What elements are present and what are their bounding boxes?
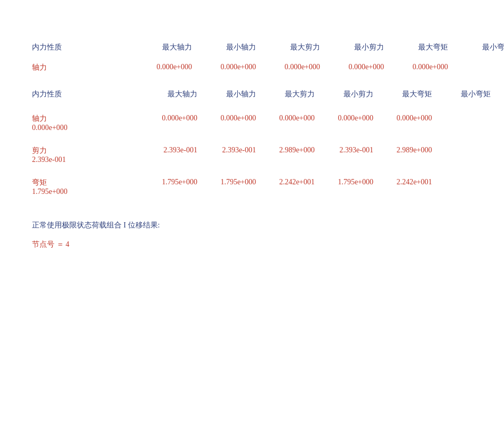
header-col4: 最小剪力 [320,43,384,52]
header-max-shear: 最大剪力 [256,90,315,99]
axial-val0: 0.000e+000 [139,114,197,124]
axial-val4: 0.000e+000 [373,114,432,124]
info-title: 正常使用极限状态荷载组合 I 位移结果: [32,221,472,230]
shear-val1: 2.393e-001 [197,146,256,156]
header-col3: 最大剪力 [256,43,320,52]
shear-val0: 2.393e-001 [139,146,197,156]
row-0-val-1: 0.000e+000 [192,63,256,74]
row-0-val-0: 0.000e+000 [128,63,192,74]
axial-val1: 0.000e+000 [197,114,256,124]
table-header: 内力性质 最大轴力 最小轴力 最大剪力 最小剪力 最大弯矩 最小弯矩 [32,43,472,52]
moment-row: 弯矩 1.795e+000 1.795e+000 2.242e+001 1.79… [32,178,472,196]
row-0-val-3: 0.000e+000 [320,63,384,74]
shear-val5: 2.393e-001 [32,156,472,164]
row-values-0: 0.000e+000 0.000e+000 0.000e+000 0.000e+… [128,63,448,74]
header-col0: 内力性质 [32,43,128,52]
axial-val2: 0.000e+000 [256,114,315,124]
moment-label: 弯矩 [32,178,139,188]
moment-val2: 2.242e+001 [256,178,315,188]
axial-row-inner: 轴力 0.000e+000 0.000e+000 0.000e+000 0.00… [32,114,472,124]
shear-row-inner: 剪力 2.393e-001 2.393e-001 2.989e+000 2.39… [32,146,472,156]
shear-label: 剪力 [32,146,139,156]
axial-label: 轴力 [32,114,139,124]
moment-val4: 2.242e+001 [373,178,432,188]
header-max-axial: 最大轴力 [139,90,197,99]
table-row: 轴力 0.000e+000 0.000e+000 0.000e+000 0.00… [32,63,472,74]
shear-val2: 2.989e+000 [256,146,315,156]
shear-val3: 2.393e-001 [315,146,373,156]
header-label: 内力性质 [32,90,139,99]
moment-val1: 1.795e+000 [197,178,256,188]
header-min-shear: 最小剪力 [315,90,373,99]
axial-row: 轴力 0.000e+000 0.000e+000 0.000e+000 0.00… [32,114,472,132]
row-0-val-4: 0.000e+000 [384,63,448,74]
moment-val5: 1.795e+000 [32,188,472,196]
axial-val5: 0.000e+000 [32,124,472,132]
header-min-moment: 最小弯矩 [432,90,491,99]
header-col5: 最大弯矩 [384,43,448,52]
header-min-axial: 最小轴力 [197,90,256,99]
moment-row-inner: 弯矩 1.795e+000 1.795e+000 2.242e+001 1.79… [32,178,472,188]
header-col1: 最大轴力 [128,43,192,52]
node-info: 节点号 ＝ 4 [32,240,472,249]
axial-val3: 0.000e+000 [315,114,373,124]
row-label-0: 轴力 [32,63,128,72]
header-max-moment: 最大弯矩 [373,90,432,99]
header-col2: 最小轴力 [192,43,256,52]
moment-val3: 1.795e+000 [315,178,373,188]
moment-val0: 1.795e+000 [139,178,197,188]
row-0-val-2: 0.000e+000 [256,63,320,74]
header-row: 内力性质 最大轴力 最小轴力 最大剪力 最小剪力 最大弯矩 最小弯矩 [32,90,472,99]
results-table: 内力性质 最大轴力 最小轴力 最大剪力 最小剪力 最大弯矩 最小弯矩 轴力 0.… [32,43,472,74]
shear-val4: 2.989e+000 [373,146,432,156]
header-col6: 最小弯矩 [448,43,504,52]
shear-row: 剪力 2.393e-001 2.393e-001 2.989e+000 2.39… [32,146,472,164]
